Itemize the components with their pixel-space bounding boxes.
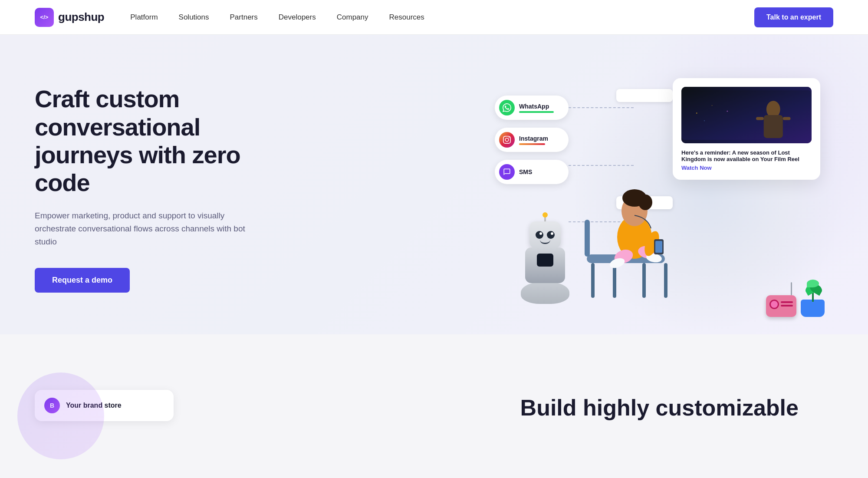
navbar-left: gupshup Platform Solutions Partners Deve… — [35, 8, 424, 27]
instagram-channel-pill: Instagram — [495, 128, 569, 152]
nav-company[interactable]: Company — [337, 13, 368, 21]
svg-rect-12 — [642, 263, 646, 298]
nav-developers[interactable]: Developers — [279, 13, 316, 21]
whatsapp-bar — [519, 111, 554, 113]
hero-title: Craft custom conversational journeys wit… — [35, 85, 295, 197]
whatsapp-channel-pill: WhatsApp — [495, 96, 569, 120]
svg-point-3 — [727, 111, 728, 112]
robot-antenna — [544, 215, 546, 221]
svg-point-1 — [696, 112, 697, 114]
card-image — [681, 87, 812, 143]
logo[interactable]: gupshup — [35, 8, 104, 27]
robot-screen — [537, 254, 553, 267]
nav-resources[interactable]: Resources — [389, 13, 424, 21]
channel-panel: WhatsApp Instagram — [495, 96, 569, 184]
svg-rect-7 — [756, 117, 764, 120]
logo-text: gupshup — [58, 10, 104, 24]
connector-bar-1 — [616, 89, 673, 102]
plant-leaf-3 — [807, 280, 819, 287]
radio-dial — [769, 300, 779, 309]
svg-rect-0 — [681, 90, 812, 140]
dotted-line-1 — [569, 107, 634, 108]
eye-highlight — [539, 232, 542, 235]
instagram-label: Instagram — [519, 135, 548, 142]
robot-eye-left — [536, 231, 543, 239]
robot-smile — [540, 240, 550, 244]
decor-group — [766, 282, 825, 317]
instagram-label-group: Instagram — [519, 135, 548, 145]
robot-eye-right — [547, 231, 555, 239]
antenna-tip — [542, 212, 548, 218]
robot-figure — [521, 215, 569, 304]
robot-base — [521, 281, 569, 304]
card-hero-figure — [681, 87, 812, 143]
svg-rect-8 — [783, 117, 791, 120]
dotted-line-2 — [569, 165, 634, 166]
sms-label: SMS — [519, 168, 532, 175]
hero-content: Craft custom conversational journeys wit… — [35, 85, 295, 293]
svg-point-2 — [712, 105, 713, 106]
nav-solutions[interactable]: Solutions — [179, 13, 209, 21]
radio-speaker-1 — [781, 301, 793, 303]
eye-highlight-2 — [551, 232, 553, 235]
instagram-icon — [499, 132, 515, 148]
radio-device — [766, 295, 796, 317]
sms-icon — [499, 164, 515, 180]
notification-card: Here's a reminder: A new season of Lost … — [673, 78, 820, 180]
bottom-section: B Your brand store Build highly customiz… — [0, 334, 868, 438]
robot-head — [529, 221, 561, 248]
hero-subtitle: Empower marketing, product and support t… — [35, 209, 260, 249]
whatsapp-icon — [499, 100, 515, 115]
robot-eyes — [536, 231, 555, 239]
bottom-right: Build highly customizable — [252, 395, 833, 421]
bottom-title: Build highly customizable — [520, 395, 799, 421]
talk-to-expert-button[interactable]: Talk to an expert — [754, 7, 833, 27]
card-title: Here's a reminder: A new season of Lost … — [681, 149, 812, 162]
svg-rect-11 — [613, 263, 616, 298]
instagram-bar — [519, 143, 545, 145]
radio-speaker-2 — [781, 305, 793, 307]
bottom-left: B Your brand store — [35, 390, 252, 421]
bottom-preview-area: B Your brand store — [35, 390, 182, 421]
svg-rect-10 — [591, 263, 595, 298]
card-watch-link[interactable]: Watch Now — [681, 165, 812, 171]
sms-label-group: SMS — [519, 168, 532, 175]
person-chair-svg — [578, 176, 682, 307]
nav-platform[interactable]: Platform — [130, 13, 158, 21]
svg-rect-14 — [585, 220, 590, 257]
person-chair-group — [578, 176, 682, 308]
plant-decor — [801, 282, 825, 317]
request-demo-button[interactable]: Request a demo — [35, 268, 130, 293]
logo-icon — [35, 8, 54, 27]
plant-pot — [801, 300, 825, 317]
nav-partners[interactable]: Partners — [230, 13, 258, 21]
svg-point-4 — [704, 120, 705, 121]
robot-torso — [525, 247, 565, 283]
bg-circle-bottom — [17, 373, 104, 459]
scene-group — [521, 176, 682, 308]
svg-rect-6 — [764, 115, 783, 138]
whatsapp-label: WhatsApp — [519, 103, 554, 110]
hero-section: Craft custom conversational journeys wit… — [0, 35, 868, 334]
svg-rect-25 — [655, 241, 662, 253]
svg-point-18 — [638, 194, 652, 210]
svg-rect-13 — [664, 263, 667, 298]
hero-illustration: WhatsApp Instagram — [477, 69, 833, 308]
whatsapp-label-group: WhatsApp — [519, 103, 554, 113]
navbar: gupshup Platform Solutions Partners Deve… — [0, 0, 868, 35]
radio-antenna — [791, 282, 792, 295]
nav-links: Platform Solutions Partners Developers C… — [130, 13, 424, 22]
